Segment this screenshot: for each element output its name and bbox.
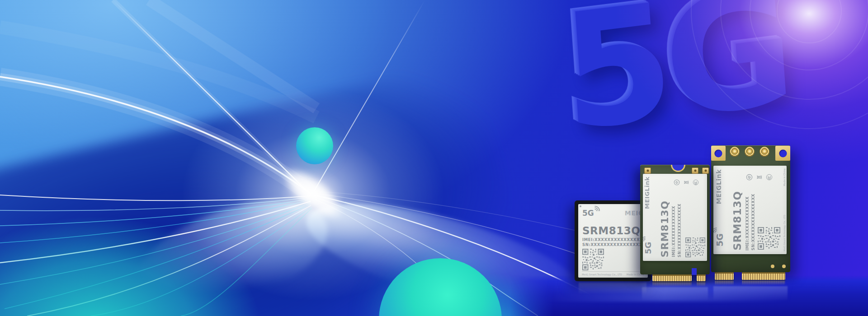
reflection: [713, 286, 788, 303]
reflection: [642, 287, 708, 303]
antenna-connector: [760, 147, 769, 157]
qr-code: [685, 237, 705, 257]
mount-pad: [775, 146, 790, 161]
mount-pad: [711, 146, 726, 161]
ccc-icon: [766, 174, 773, 181]
antenna-pad: [644, 167, 651, 174]
module-lga-label: 5G MEIGLink SRM813Q IMEI:XXXXXXXXXXXXXXX…: [578, 204, 648, 278]
5g-badge: 5G: [715, 227, 728, 246]
test-pad: [771, 265, 774, 268]
module-m2-label: MEIGLink SRM813Q IMEI:XXXXXXXXXXXXX SN:X…: [643, 174, 707, 261]
mount-hole: [715, 149, 722, 157]
module-minipcie-label: MEIGLink Made in China SRM813Q IMEI:XXXX…: [713, 166, 787, 254]
connector-reflection: [652, 282, 692, 287]
connector-reflection: [715, 280, 734, 285]
5g-badge: 5G: [582, 209, 594, 218]
cert-icons: [746, 174, 773, 181]
weee-bin-icon: [756, 174, 763, 181]
antenna-pad: [702, 167, 709, 174]
antenna-pad: [692, 167, 698, 174]
imei-text: IMEI:XXXXXXXXXXXXX: [745, 196, 750, 251]
antenna-connector: [730, 147, 740, 157]
company-text: MeiG Smart Technology Co., LTD: [783, 215, 786, 251]
model-number: SRM813Q: [659, 200, 670, 257]
qr-code: [582, 249, 604, 270]
made-in-text: Made in China: [783, 168, 786, 186]
model-number: SRM813Q: [731, 191, 743, 251]
imei-text: IMEI:XXXXXXXXXXXXXXX: [582, 237, 643, 242]
edge-connector: [715, 272, 734, 280]
sn-text: SN:XXXXXXXXXXXXXXX: [751, 194, 755, 251]
screw-notch: [671, 165, 685, 172]
signal-waves-icon: [643, 236, 646, 242]
edge-connector: [742, 272, 785, 280]
company-text: MeiG Smart Technology Co., LTD: [582, 273, 622, 276]
cert-icons: [674, 179, 699, 186]
5g-badge: 5G: [643, 234, 657, 254]
imei-text: IMEI:XXXXXXXXXXXXX: [672, 206, 676, 257]
antenna-connector: [745, 147, 755, 157]
brand-logo: MEIGLink: [715, 169, 722, 204]
pin1-dot: [580, 205, 581, 207]
key-slot: [692, 268, 697, 275]
hero-banner: 5G: [0, 0, 868, 316]
label-footer: MeiG Smart Technology Co., LTD Made in C…: [582, 271, 644, 276]
mount-hole: [779, 149, 787, 157]
edge-connector: [697, 274, 706, 281]
brand-logo: MEIGLink: [644, 177, 651, 209]
connector-reflection: [697, 282, 706, 287]
sn-text: SN:XXXXXXXXXXXXXXXXX: [582, 242, 646, 247]
test-pad: [782, 265, 786, 268]
teal-glow-bottom-left: [0, 212, 267, 316]
e-mark-icon: [674, 179, 680, 186]
connector-reflection: [742, 280, 785, 285]
qr-code: [758, 227, 780, 250]
edge-connector: [652, 274, 692, 281]
signal-waves-icon: [713, 227, 717, 233]
module-minipcie: MEIGLink Made in China SRM813Q IMEI:XXXX…: [711, 145, 790, 272]
sn-text: SN:XXXXXXXXXXXXXXX: [678, 204, 682, 257]
weee-bin-icon: [683, 179, 689, 186]
module-m2: MEIGLink SRM813Q IMEI:XXXXXXXXXXXXX SN:X…: [640, 165, 710, 274]
signal-waves-icon: [594, 205, 600, 211]
ccc-icon: [693, 179, 699, 186]
model-number: SRM813Q: [582, 225, 640, 237]
e-mark-icon: [746, 174, 753, 181]
reflection: [579, 283, 646, 296]
teal-sphere-small: [296, 127, 333, 164]
